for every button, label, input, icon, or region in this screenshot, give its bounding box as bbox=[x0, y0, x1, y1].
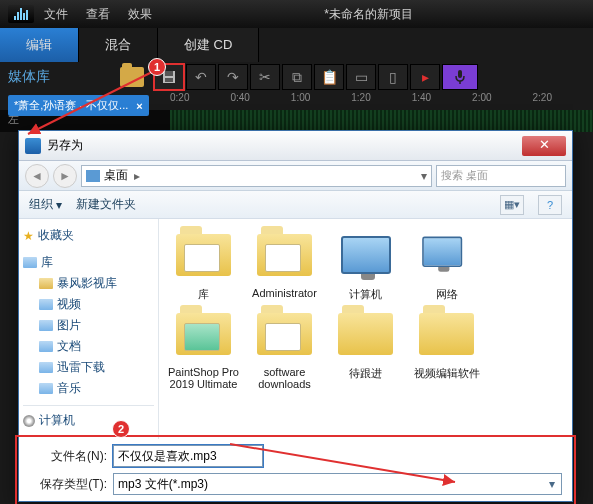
sidebar-item-0[interactable]: 暴风影视库 bbox=[23, 273, 154, 294]
svg-rect-1 bbox=[165, 71, 173, 76]
media-library-label: 媒体库 bbox=[0, 67, 150, 87]
dialog-toolbar: 组织 ▾ 新建文件夹 ▦▾ ? bbox=[19, 191, 572, 219]
copy-button[interactable]: ⧉ bbox=[282, 64, 312, 90]
nav-back-button[interactable]: ◄ bbox=[25, 164, 49, 188]
redo-button[interactable]: ↷ bbox=[218, 64, 248, 90]
sidebar-favorites[interactable]: ★收藏夹 bbox=[23, 225, 154, 246]
file-item-videoedit[interactable]: 视频编辑软件 bbox=[410, 306, 483, 390]
folder-icon bbox=[39, 362, 53, 373]
tool-button-2[interactable]: ▯ bbox=[378, 64, 408, 90]
app-menu-bar: 文件 查看 效果 *未命名的新项目 bbox=[0, 0, 593, 28]
folder-icon bbox=[39, 278, 53, 289]
file-list[interactable]: 库 Administrator 计算机 网络 PaintShop Pro 201… bbox=[159, 219, 572, 439]
file-item-software[interactable]: software downloads bbox=[248, 306, 321, 390]
annotation-2: 2 bbox=[112, 420, 130, 438]
microphone-icon bbox=[454, 69, 466, 85]
dialog-close-button[interactable]: ✕ bbox=[522, 136, 566, 156]
nav-forward-button[interactable]: ► bbox=[53, 164, 77, 188]
file-item-libraries[interactable]: 库 bbox=[167, 227, 240, 302]
main-toolbar: ↶ ↷ ✂ ⧉ 📋 ▭ ▯ ▸ bbox=[150, 64, 593, 90]
new-folder-button[interactable]: 新建文件夹 bbox=[76, 196, 136, 213]
desktop-icon bbox=[86, 170, 100, 182]
star-icon: ★ bbox=[23, 229, 34, 243]
sidebar-libraries[interactable]: 库 bbox=[23, 252, 154, 273]
app-logo bbox=[8, 5, 34, 23]
library-icon bbox=[23, 257, 37, 268]
save-as-dialog: 另存为 ✕ ◄ ► 桌面 ▸ ▾ 搜索 桌面 组织 ▾ 新建文件夹 ▦▾ ? ★… bbox=[18, 130, 573, 502]
close-icon[interactable]: × bbox=[136, 100, 142, 112]
cut-button[interactable]: ✂ bbox=[250, 64, 280, 90]
sidebar-item-3[interactable]: 文档 bbox=[23, 336, 154, 357]
folder-open-icon[interactable] bbox=[120, 67, 144, 87]
dialog-icon bbox=[25, 138, 41, 154]
tool-button-1[interactable]: ▭ bbox=[346, 64, 376, 90]
chevron-down-icon[interactable]: ▾ bbox=[421, 169, 427, 183]
marker-button[interactable]: ▸ bbox=[410, 64, 440, 90]
breadcrumb-bar[interactable]: 桌面 ▸ ▾ bbox=[81, 165, 432, 187]
menu-file[interactable]: 文件 bbox=[44, 6, 68, 23]
tab-edit[interactable]: 编辑 bbox=[0, 28, 79, 62]
file-item-paintshop[interactable]: PaintShop Pro 2019 Ultimate bbox=[167, 306, 240, 390]
library-toolbar-row: 媒体库 ↶ ↷ ✂ ⧉ 📋 ▭ ▯ ▸ bbox=[0, 62, 593, 92]
folder-icon bbox=[39, 383, 53, 394]
sidebar-item-5[interactable]: 音乐 bbox=[23, 378, 154, 399]
dialog-title-text: 另存为 bbox=[47, 137, 83, 154]
folder-icon bbox=[39, 341, 53, 352]
filename-input[interactable]: 不仅仅是喜欢.mp3 bbox=[113, 445, 263, 467]
svg-rect-2 bbox=[165, 78, 173, 82]
paste-button[interactable]: 📋 bbox=[314, 64, 344, 90]
filename-filetype-group: 文件名(N): 不仅仅是喜欢.mp3 保存类型(T): mp3 文件(*.mp3… bbox=[19, 439, 572, 504]
media-clip-chip[interactable]: *萧全,孙语赛 - 不仅仅...× bbox=[8, 95, 149, 116]
record-button[interactable] bbox=[442, 64, 478, 90]
sidebar-item-1[interactable]: 视频 bbox=[23, 294, 154, 315]
mode-tabs: 编辑 混合 创建 CD bbox=[0, 28, 593, 62]
view-options-button[interactable]: ▦▾ bbox=[500, 195, 524, 215]
filetype-select[interactable]: mp3 文件(*.mp3) bbox=[113, 473, 562, 495]
menu-view[interactable]: 查看 bbox=[86, 6, 110, 23]
filetype-label: 保存类型(T): bbox=[29, 476, 107, 493]
file-item-network[interactable]: 网络 bbox=[410, 227, 483, 302]
filename-label: 文件名(N): bbox=[29, 448, 107, 465]
computer-icon bbox=[23, 415, 35, 427]
sidebar-item-4[interactable]: 迅雷下载 bbox=[23, 357, 154, 378]
window-title: *未命名的新项目 bbox=[152, 6, 585, 23]
chevron-right-icon[interactable]: ▸ bbox=[134, 169, 140, 183]
tab-mix[interactable]: 混合 bbox=[79, 28, 158, 62]
tab-create-cd[interactable]: 创建 CD bbox=[158, 28, 259, 62]
file-item-followup[interactable]: 待跟进 bbox=[329, 306, 402, 390]
organize-button[interactable]: 组织 ▾ bbox=[29, 196, 62, 213]
waveform-display[interactable] bbox=[170, 110, 593, 132]
search-input[interactable]: 搜索 桌面 bbox=[436, 165, 566, 187]
chevron-down-icon: ▾ bbox=[56, 198, 62, 212]
help-button[interactable]: ? bbox=[538, 195, 562, 215]
folder-icon bbox=[39, 299, 53, 310]
menu-effects[interactable]: 效果 bbox=[128, 6, 152, 23]
dialog-sidebar: ★收藏夹 库 暴风影视库 视频 图片 文档 迅雷下载 音乐 计算机 bbox=[19, 219, 159, 439]
dialog-nav-bar: ◄ ► 桌面 ▸ ▾ 搜索 桌面 bbox=[19, 161, 572, 191]
annotation-1: 1 bbox=[148, 58, 166, 76]
sidebar-item-2[interactable]: 图片 bbox=[23, 315, 154, 336]
sidebar-computer[interactable]: 计算机 bbox=[23, 410, 154, 431]
file-item-computer[interactable]: 计算机 bbox=[329, 227, 402, 302]
folder-icon bbox=[39, 320, 53, 331]
dialog-titlebar: 另存为 ✕ bbox=[19, 131, 572, 161]
file-item-administrator[interactable]: Administrator bbox=[248, 227, 321, 302]
svg-rect-3 bbox=[458, 70, 462, 78]
undo-button[interactable]: ↶ bbox=[186, 64, 216, 90]
